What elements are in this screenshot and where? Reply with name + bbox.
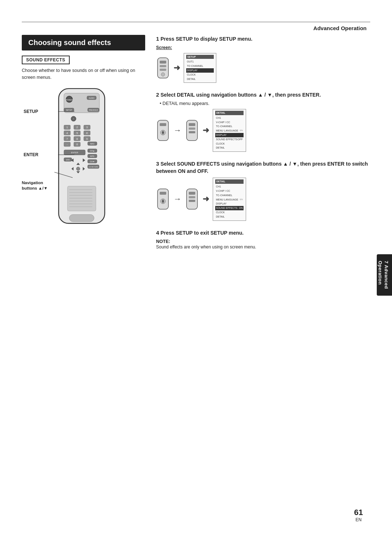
page-container: Advanced Operation Choosing sound effect… [0,0,392,555]
main-content: Choosing sound effects SOUND EFFECTS Cho… [22,35,370,258]
screen2-title: DETAIL [215,111,244,115]
svg-text:SETUP: SETUP [66,109,72,111]
svg-text:2: 2 [76,126,78,129]
step-1-content: ➜ SETUP OUT1 TO CHANNEL DISPLAY CLOCK DE… [156,53,370,83]
side-tab-text: 7 AdvancedOperation [377,261,389,289]
note-text: Sound effects are only when using on scr… [156,244,256,250]
svg-rect-86 [160,192,166,195]
svg-text:PREVIOUS: PREVIOUS [89,109,98,111]
svg-rect-83 [189,127,195,130]
mini-remote-svg [156,57,170,79]
mini-remote-svg3b [185,188,199,210]
section-title-box: Choosing sound effects [22,35,145,50]
screen3-row7: DETAIL [215,215,244,219]
screen2-row7: DETAIL [215,146,244,150]
svg-point-54 [76,167,80,170]
step1-remote-mini [156,57,170,79]
svg-text:0: 0 [76,143,78,146]
svg-rect-55 [68,186,96,211]
svg-rect-63 [69,214,94,222]
screen3-title: DETAIL [215,179,244,184]
svg-text:3: 3 [86,126,88,129]
screen3-row1: V-CHIP / CC [215,189,244,193]
note-label: NOTE: [156,239,170,244]
step-3-content: → ➜ DETAIL CH1 V-CHIP / [156,178,370,220]
svg-rect-77 [160,123,166,126]
svg-text:CH RETURN: CH RETURN [89,166,98,168]
right-column: 1 Press SETUP to display SETUP menu. Scr… [156,35,370,258]
svg-text:EPG: EPG [90,155,94,157]
step-1-screen: SETUP OUT1 TO CHANNEL DISPLAY CLOCK DETA… [184,53,216,83]
advanced-operation-label: Advanced Operation [313,25,367,31]
mini-remote-svg3 [156,188,170,210]
svg-text:5: 5 [76,131,78,134]
step-4: 4 Press SETUP to exit SETUP menu. NOTE: … [156,229,370,250]
page-number-area: 61 EN [354,508,363,522]
svg-text:6: 6 [86,131,88,134]
svg-text:-: - [67,143,68,146]
step2-remote-mini [156,119,170,141]
arrow-2b: ➜ [203,126,209,135]
svg-point-75 [161,73,165,76]
step-2-text: Select DETAIL using navigation buttons ▲… [160,92,321,98]
screen2-row1: V-CHIP / CC [215,120,244,125]
top-divider [22,22,370,22]
svg-text:CH▼: CH▼ [90,160,95,162]
remote-svg: POWER AUDIO SETUP PREVIOUS • 1 [47,87,118,239]
screen3-row2: TC-CHANNEL [215,193,244,198]
step-2: 2 Select DETAIL using navigation buttons… [156,91,370,152]
mini-remote-svg2b [185,119,199,141]
svg-text:4: 4 [66,131,68,134]
screen3-row6: CLOCK [215,210,244,215]
arrow-3a: → [173,194,181,204]
sound-effects-label: SOUND EFFECTS [22,56,70,64]
step-3-number: 3 [156,161,159,167]
step2-remote-mini2 [185,119,199,141]
svg-rect-73 [160,65,166,67]
mini-remote-svg2 [156,119,170,141]
svg-rect-92 [189,196,195,198]
note-section: NOTE: Sound effects are only when using … [156,239,370,250]
svg-text:buttons ▲/▼: buttons ▲/▼ [22,186,48,190]
svg-text:INFO: INFO [90,143,95,145]
step-2-number: 2 [156,92,159,98]
step-2-screen: DETAIL CH1 V-CHIP / CC TC-CHANNEL MENU L… [213,109,246,152]
step-4-title: 4 Press SETUP to exit SETUP menu. [156,229,370,237]
step-3-title: 3 Select SOUND EFFECTS using navigation … [156,160,370,175]
svg-rect-72 [160,61,166,64]
step-4-number: 4 [156,230,159,236]
step-3: 3 Select SOUND EFFECTS using navigation … [156,160,370,220]
step-2-title: 2 Select DETAIL using navigation buttons… [156,91,370,99]
step-3-screen: DETAIL CH1 V-CHIP / CC TC-CHANNEL MENU L… [213,178,246,220]
svg-text:•: • [73,118,74,120]
svg-text:ENTER: ENTER [24,152,38,157]
svg-rect-93 [189,200,195,202]
svg-rect-82 [189,123,195,126]
section-title: Choosing sound effects [28,39,111,46]
screen1-row3: DISPLAY [186,68,214,73]
svg-text:POWER: POWER [66,99,73,101]
screen2-row0: CH1 [215,116,244,120]
screen3-row4: DISPLAY [215,202,244,206]
screen2-row5: SOUND EFFECTSOFF [215,137,244,142]
remote-control-diagram: POWER AUDIO SETUP PREVIOUS • 1 [22,87,138,243]
screen1-title: SETUP [186,55,214,59]
svg-text:AUDIO: AUDIO [89,97,95,99]
screen3-row3: MENU LANGUAGEEN [215,198,244,202]
screen2-row6: CLOCK [215,142,244,146]
svg-text:1: 1 [66,126,68,129]
svg-text:CH▲: CH▲ [90,150,95,152]
svg-text:9: 9 [86,137,88,140]
screen2-row3: MENU LANGUAGEEN [215,129,244,133]
svg-rect-84 [189,131,195,133]
screen2-row4: DISPLAY [215,133,244,137]
side-tab: 7 AdvancedOperation [377,254,392,296]
step3-remote-mini [156,188,170,210]
screen2-row2: TC-CHANNEL [215,124,244,129]
step-1: 1 Press SETUP to display SETUP menu. Scr… [156,35,370,83]
step-1-screen-label: Screen: [156,45,370,50]
step-1-title: 1 Press SETUP to display SETUP menu. [156,35,370,43]
screen3-row0: CH1 [215,185,244,189]
arrow-3b: ➜ [203,194,209,204]
step-2-bullet: DETAIL menu appears. [160,101,370,106]
